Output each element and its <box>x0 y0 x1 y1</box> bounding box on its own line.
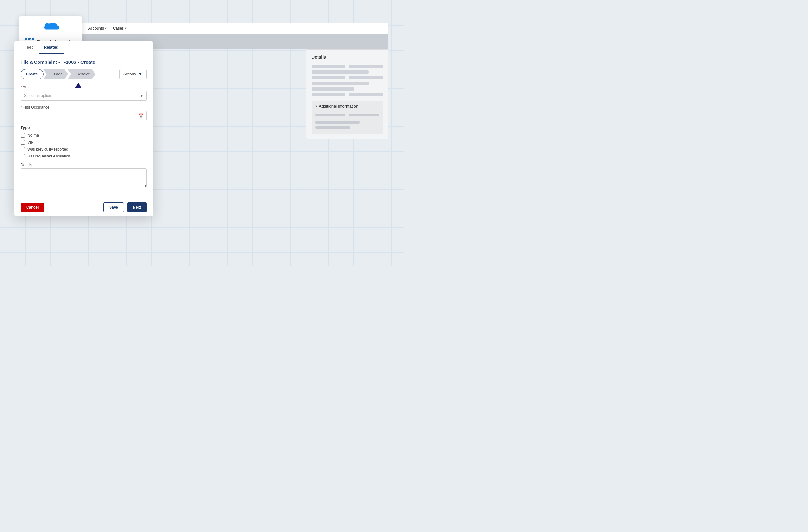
detail-line-8 <box>312 93 345 96</box>
details-textarea[interactable] <box>20 168 147 187</box>
add-detail-line-4 <box>315 126 350 129</box>
add-detail-line-3 <box>315 121 360 124</box>
area-select[interactable]: Select an option <box>20 91 147 100</box>
additional-info-label: Additional information <box>319 104 358 109</box>
checkbox-previously-reported-label: Was previously reported <box>27 147 68 151</box>
mouse-cursor <box>75 83 81 88</box>
first-occurrence-field-group: * First Occurance 📅 <box>20 105 147 121</box>
checkbox-previously-reported-input[interactable] <box>20 147 25 151</box>
area-required-star: * <box>20 85 22 89</box>
first-occurrence-date-wrapper: 📅 <box>20 111 147 121</box>
checkbox-normal-input[interactable] <box>20 133 25 137</box>
detail-line-7 <box>312 87 354 91</box>
area-field-group: * Area Select an option ▼ <box>20 85 147 100</box>
first-occurrence-input[interactable] <box>20 111 147 121</box>
area-select-wrapper: Select an option ▼ <box>20 91 147 100</box>
details-panel-title: Details <box>312 55 383 62</box>
checkbox-previously-reported[interactable]: Was previously reported <box>20 147 147 151</box>
checkbox-vip-input[interactable] <box>20 140 25 145</box>
checkbox-group: Normal VIP Was previously reported Has r… <box>20 133 147 159</box>
detail-line-3 <box>312 70 369 74</box>
cancel-button[interactable]: Cancel <box>20 203 44 212</box>
dialog-title: File a Complaint - F-1006 - Create <box>20 59 147 65</box>
checkbox-escalation-label: Has requested escalation <box>27 154 70 159</box>
checkbox-normal-label: Normal <box>27 133 40 137</box>
footer-right: Save Next <box>103 202 147 212</box>
step-create[interactable]: Create <box>20 69 43 79</box>
additional-info-section: ▾ Additional information <box>312 101 383 134</box>
actions-dropdown-arrow: ▼ <box>137 71 143 77</box>
additional-info-header[interactable]: ▾ Additional information <box>315 104 379 109</box>
detail-line-2 <box>349 65 383 68</box>
tab-feed[interactable]: Feed <box>19 41 39 54</box>
main-dialog: Feed Related File a Complaint - F-1006 -… <box>14 41 153 216</box>
checkbox-vip[interactable]: VIP <box>20 140 147 145</box>
add-detail-line-1 <box>315 114 345 116</box>
checkbox-escalation-input[interactable] <box>20 154 25 159</box>
detail-line-1 <box>312 65 345 68</box>
next-button[interactable]: Next <box>127 202 147 212</box>
first-occurrence-required-star: * <box>20 105 22 110</box>
checkbox-normal[interactable]: Normal <box>20 133 147 137</box>
details-label: Details <box>20 163 147 167</box>
detail-line-6 <box>312 82 369 85</box>
first-occurrence-label: * First Occurance <box>20 105 147 110</box>
actions-button[interactable]: Actions ▼ <box>119 69 147 79</box>
step-resolve[interactable]: Resolve <box>68 69 96 79</box>
dialog-body: File a Complaint - F-1006 - Create Creat… <box>14 54 153 198</box>
type-field-group: Type Normal VIP Was previously reported … <box>20 125 147 159</box>
area-label: * Area <box>20 85 147 89</box>
type-label: Type <box>20 125 147 130</box>
actions-label: Actions <box>124 72 136 76</box>
checkbox-escalation[interactable]: Has requested escalation <box>20 154 147 159</box>
sf-header: Uplus Sports Accounts Cases <box>55 23 388 34</box>
detail-line-4 <box>312 76 345 79</box>
detail-line-5 <box>349 76 383 79</box>
salesforce-cloud-icon <box>41 22 60 35</box>
tab-related[interactable]: Related <box>39 41 64 54</box>
chevron-icon: ▾ <box>315 105 317 108</box>
nav-cases[interactable]: Cases <box>113 26 127 31</box>
step-triage[interactable]: Triage <box>43 69 68 79</box>
add-detail-line-2 <box>349 114 379 116</box>
dialog-footer: Cancel Save Next <box>14 198 153 216</box>
nav-accounts[interactable]: Accounts <box>88 26 107 31</box>
dialog-tabs: Feed Related <box>14 41 153 54</box>
save-button[interactable]: Save <box>103 202 124 212</box>
details-field-group: Details <box>20 163 147 189</box>
detail-line-9 <box>349 93 383 96</box>
details-panel: Details ▾ Additional information <box>306 49 388 139</box>
checkbox-vip-label: VIP <box>27 140 34 145</box>
steps-row: Create Triage Resolve Actions ▼ <box>20 69 147 79</box>
